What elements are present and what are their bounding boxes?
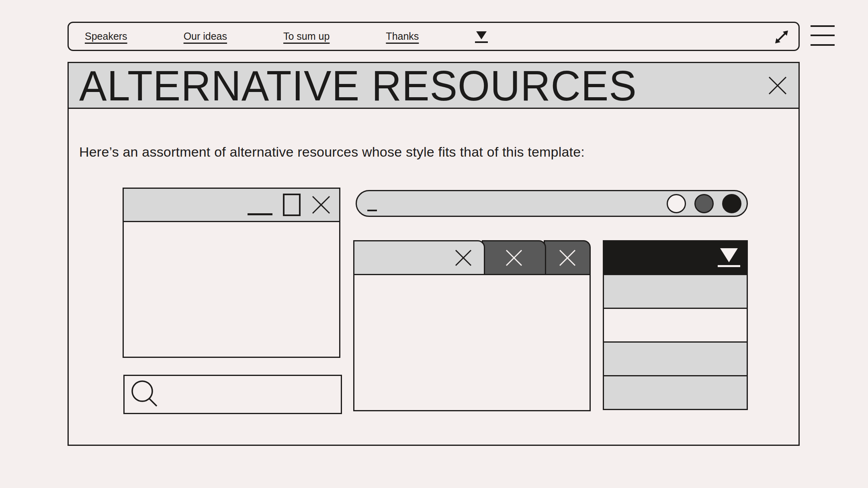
main-window: ALTERNATIVE RESOURCES Here’s an assortme… xyxy=(68,62,800,446)
black-circle-button[interactable] xyxy=(722,194,741,213)
tab-inactive[interactable] xyxy=(482,240,546,274)
close-icon[interactable] xyxy=(311,194,331,215)
caret-triangle xyxy=(476,31,487,39)
search-input[interactable] xyxy=(123,375,342,414)
intro-text: Here’s an assortment of alternative reso… xyxy=(79,144,585,160)
dropdown-option[interactable] xyxy=(604,274,747,308)
hamburger-icon[interactable] xyxy=(811,25,835,47)
nav-link-our-ideas[interactable]: Our ideas xyxy=(184,31,227,41)
close-icon[interactable] xyxy=(558,248,577,267)
caret-down-icon xyxy=(720,248,738,262)
minimize-icon[interactable] xyxy=(248,213,272,215)
caret-underline xyxy=(718,265,740,267)
pill-address-bar[interactable] xyxy=(356,190,748,217)
white-circle-button[interactable] xyxy=(667,194,686,213)
tab-inactive[interactable] xyxy=(544,240,591,274)
diagonal-resize-icon[interactable] xyxy=(771,27,792,47)
main-window-titlebar: ALTERNATIVE RESOURCES xyxy=(69,63,798,109)
hamburger-bar xyxy=(811,25,835,27)
nav-link-to-sum-up[interactable]: To sum up xyxy=(283,31,330,41)
caret-underline xyxy=(475,41,488,43)
tabbed-window-body xyxy=(353,274,591,411)
mini-window-widget xyxy=(123,188,340,358)
hamburger-bar xyxy=(811,35,835,36)
top-navbar: Speakers Our ideas To sum up Thanks xyxy=(68,22,800,51)
tab-bar xyxy=(353,240,591,274)
pill-circle-buttons xyxy=(667,191,741,216)
dropdown-option[interactable] xyxy=(604,375,747,409)
close-icon[interactable] xyxy=(767,75,788,96)
tabbed-window-widget xyxy=(353,240,591,411)
hamburger-bar xyxy=(811,44,835,46)
dropdown-header[interactable] xyxy=(604,241,747,274)
gray-circle-button[interactable] xyxy=(694,194,714,213)
page-title: ALTERNATIVE RESOURCES xyxy=(79,64,637,107)
nav-link-thanks[interactable]: Thanks xyxy=(386,31,419,41)
maximize-icon[interactable] xyxy=(283,194,301,216)
dropdown-option[interactable] xyxy=(604,308,747,341)
search-icon xyxy=(131,380,161,408)
tab-active[interactable] xyxy=(353,240,485,274)
close-icon[interactable] xyxy=(454,248,473,267)
text-cursor xyxy=(367,210,377,212)
dropdown-option[interactable] xyxy=(604,341,747,375)
slide-canvas: Speakers Our ideas To sum up Thanks ALTE… xyxy=(0,0,868,488)
mini-window-titlebar xyxy=(124,189,339,222)
close-icon[interactable] xyxy=(505,248,523,267)
nav-link-speakers[interactable]: Speakers xyxy=(85,31,127,41)
dropdown-widget xyxy=(603,240,748,410)
caret-down-icon[interactable] xyxy=(475,31,488,43)
